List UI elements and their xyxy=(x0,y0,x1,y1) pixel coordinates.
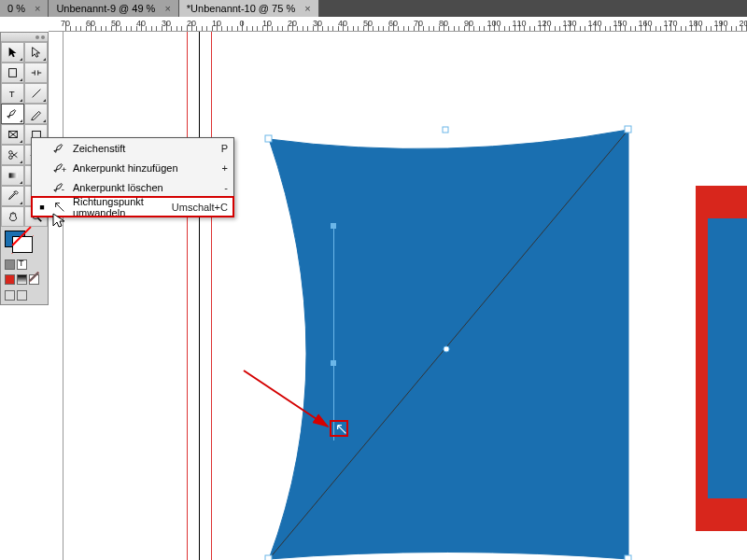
blue-inner-rect xyxy=(708,218,747,498)
svg-rect-9 xyxy=(8,173,17,177)
ruler-vertical[interactable] xyxy=(49,32,63,560)
tab-label: *Unbenannt-10 @ 75 % xyxy=(187,3,295,14)
pen-tool[interactable] xyxy=(1,104,24,124)
page-tool[interactable] xyxy=(1,63,24,83)
type-tool[interactable]: T xyxy=(1,83,24,104)
container-swatch[interactable] xyxy=(5,259,15,270)
flyout-shortcut: + xyxy=(222,162,228,174)
flyout-pen[interactable]: Zeichenstift P xyxy=(32,138,233,158)
close-icon[interactable]: × xyxy=(304,3,310,14)
text-swatch[interactable]: T xyxy=(17,259,27,270)
flyout-label: Ankerpunkt löschen xyxy=(73,182,218,193)
pen-plus-icon: + xyxy=(52,161,67,175)
gap-tool[interactable] xyxy=(24,63,48,83)
svg-line-2 xyxy=(32,90,40,98)
direct-selection-tool[interactable] xyxy=(24,42,48,63)
eyedropper-tool[interactable] xyxy=(1,186,24,206)
svg-rect-17 xyxy=(625,126,631,133)
rectangle-frame-tool[interactable] xyxy=(1,124,24,145)
direction-handle-line xyxy=(333,226,334,441)
svg-text:+: + xyxy=(62,164,66,175)
svg-point-7 xyxy=(8,156,12,160)
convert-cursor-icon xyxy=(335,423,348,438)
fill-stroke-swatch[interactable] xyxy=(5,231,33,253)
selection-tool[interactable] xyxy=(1,42,24,63)
view-mode-normal[interactable] xyxy=(5,290,15,301)
svg-text:-: - xyxy=(62,184,64,194)
pen-minus-icon: - xyxy=(52,180,67,195)
flyout-delete-anchor[interactable]: - Ankerpunkt löschen - xyxy=(32,177,233,197)
canvas[interactable] xyxy=(63,32,747,560)
flyout-shortcut: - xyxy=(224,182,228,193)
close-icon[interactable]: × xyxy=(164,3,170,14)
apply-gradient[interactable] xyxy=(17,274,27,285)
svg-rect-19 xyxy=(265,555,272,560)
flyout-shortcut: P xyxy=(221,143,228,154)
scissors-tool[interactable] xyxy=(1,145,24,165)
flyout-label: Richtungspunkt umwandeln xyxy=(73,196,166,218)
tab-doc-0[interactable]: 0 %× xyxy=(0,0,49,17)
pen-icon xyxy=(52,141,67,156)
color-swatches: T xyxy=(1,227,48,304)
page-edge xyxy=(199,32,200,560)
cursor-icon xyxy=(52,213,65,231)
svg-point-21 xyxy=(444,346,449,352)
svg-rect-20 xyxy=(443,127,448,133)
tab-label: 0 % xyxy=(7,3,25,14)
check-icon: ■ xyxy=(37,203,47,212)
curved-shape[interactable] xyxy=(260,97,633,560)
svg-text:T: T xyxy=(8,89,14,99)
direction-handle[interactable] xyxy=(331,360,336,366)
tab-doc-1[interactable]: Unbenannt-9 @ 49 %× xyxy=(49,0,178,17)
apply-none[interactable] xyxy=(29,274,39,285)
close-icon[interactable]: × xyxy=(35,3,40,14)
hand-tool[interactable] xyxy=(1,206,24,227)
red-rectangle[interactable] xyxy=(696,186,747,531)
toolbox-header[interactable] xyxy=(1,33,48,42)
tab-doc-2[interactable]: *Unbenannt-10 @ 75 %× xyxy=(179,0,319,17)
pen-tool-flyout: Zeichenstift P + Ankerpunkt hinzufügen +… xyxy=(31,137,234,217)
apply-color[interactable] xyxy=(5,274,15,285)
pencil-tool[interactable] xyxy=(24,104,48,124)
flyout-shortcut: Umschalt+C xyxy=(172,202,228,213)
svg-line-12 xyxy=(37,218,41,222)
gradient-tool[interactable] xyxy=(1,165,24,186)
svg-rect-0 xyxy=(8,69,16,77)
flyout-label: Zeichenstift xyxy=(73,143,216,154)
ruler-horizontal[interactable]: document.write((function(){let h='';cons… xyxy=(49,17,747,32)
svg-rect-16 xyxy=(265,135,272,142)
guide-margin[interactable] xyxy=(187,32,188,560)
stroke-color[interactable] xyxy=(12,236,33,253)
svg-point-8 xyxy=(8,151,12,155)
guide-margin[interactable] xyxy=(211,32,212,560)
flyout-label: Ankerpunkt hinzufügen xyxy=(73,162,217,174)
document-tabs: 0 %× Unbenannt-9 @ 49 %× *Unbenannt-10 @… xyxy=(0,0,747,17)
svg-rect-18 xyxy=(625,555,631,560)
flyout-add-anchor[interactable]: + Ankerpunkt hinzufügen + xyxy=(32,158,233,177)
view-mode-preview[interactable] xyxy=(17,290,27,301)
tab-label: Unbenannt-9 @ 49 % xyxy=(56,3,155,14)
direction-handle[interactable] xyxy=(331,223,336,229)
line-tool[interactable] xyxy=(24,83,48,104)
